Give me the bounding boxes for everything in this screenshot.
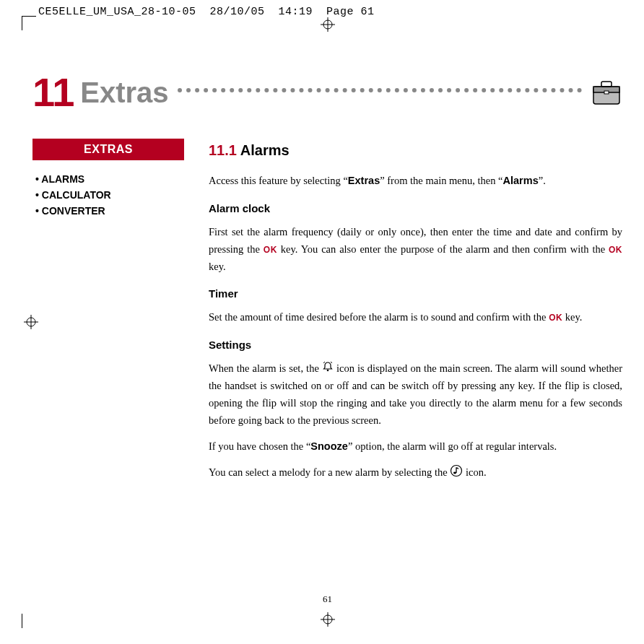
- snooze-paragraph: If you have chosen the “Snooze” option, …: [209, 438, 622, 456]
- chapter-heading: 11 Extras: [32, 72, 622, 113]
- main-content: 11.1 Alarms Access this feature by selec…: [209, 139, 622, 492]
- toolbox-icon: [591, 78, 622, 107]
- crop-mark-tl: [22, 16, 36, 30]
- svg-rect-12: [604, 91, 609, 94]
- chapter-number: 11: [32, 72, 71, 113]
- svg-rect-11: [601, 82, 612, 87]
- print-slug: CE5ELLE_UM_USA_28-10-05 28/10/05 14:19 P…: [38, 6, 375, 18]
- registration-mark-bottom: [321, 612, 335, 627]
- ok-key-icon: OK: [609, 245, 622, 255]
- timer-heading: Timer: [209, 285, 622, 303]
- ok-key-icon: OK: [264, 245, 277, 255]
- registration-mark-top: [321, 17, 335, 32]
- chapter-title: Extras: [80, 78, 168, 107]
- sidebar-item-converter: CONVERTER: [35, 205, 184, 217]
- section-number: 11.1: [209, 142, 237, 158]
- page-number: 61: [323, 593, 332, 605]
- section-title: Alarms: [240, 142, 290, 158]
- sidebar-header: EXTRAS: [32, 139, 184, 160]
- intro-paragraph: Access this feature by selecting “Extras…: [209, 173, 622, 190]
- alarm-clock-paragraph: First set the alarm frequency (daily or …: [209, 224, 622, 276]
- melody-paragraph: You can select a melody for a new alarm …: [209, 464, 622, 483]
- settings-heading: Settings: [209, 336, 622, 354]
- timer-paragraph: Set the amount of time desired before th…: [209, 309, 622, 326]
- ok-key-icon: OK: [549, 313, 562, 323]
- alarm-bell-icon: [322, 361, 334, 378]
- dot-leader: [178, 88, 582, 92]
- crop-mark-bl: [22, 614, 36, 628]
- sidebar: EXTRAS ALARMS CALCULATOR CONVERTER: [32, 139, 184, 492]
- settings-paragraph: When the alarm is set, the icon is displ…: [209, 360, 622, 430]
- page-frame: CE5ELLE_UM_USA_28-10-05 28/10/05 14:19 P…: [32, 22, 622, 622]
- sidebar-list: ALARMS CALCULATOR CONVERTER: [35, 173, 184, 217]
- svg-point-13: [327, 369, 329, 371]
- section-heading: 11.1 Alarms: [209, 139, 622, 162]
- svg-line-14: [323, 362, 325, 363]
- registration-mark-left: [24, 315, 38, 329]
- svg-line-15: [331, 362, 332, 363]
- melody-note-icon: [450, 464, 463, 483]
- alarm-clock-heading: Alarm clock: [209, 200, 622, 218]
- sidebar-item-calculator: CALCULATOR: [35, 189, 184, 201]
- sidebar-item-alarms: ALARMS: [35, 173, 184, 185]
